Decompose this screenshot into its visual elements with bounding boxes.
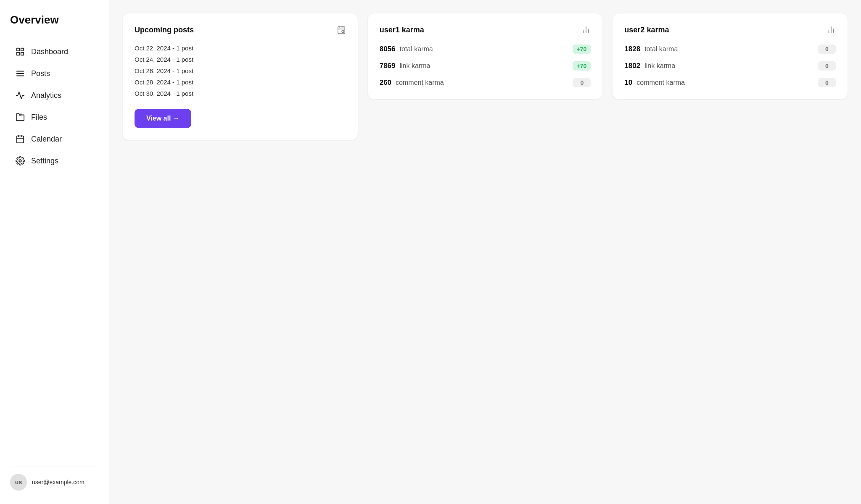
avatar: us bbox=[10, 474, 27, 491]
sidebar: Overview Dashboard Posts bbox=[0, 0, 109, 504]
main-content: Upcoming posts Oct 22, 2024 - 1 post Oct… bbox=[109, 0, 861, 504]
svg-line-18 bbox=[343, 32, 343, 32]
user1-karma-card-header: user1 karma bbox=[380, 25, 591, 34]
karma-label: total karma bbox=[644, 45, 814, 53]
karma-badge: +70 bbox=[573, 45, 591, 54]
karma-badge: +70 bbox=[573, 61, 591, 71]
svg-rect-3 bbox=[21, 52, 24, 55]
cards-row: Upcoming posts Oct 22, 2024 - 1 post Oct… bbox=[123, 13, 848, 140]
sidebar-title: Overview bbox=[10, 13, 99, 26]
sidebar-item-posts[interactable]: Posts bbox=[10, 63, 99, 84]
upcoming-posts-icon bbox=[337, 25, 346, 34]
karma-row: 10 comment karma 0 bbox=[624, 78, 836, 87]
calendar-icon bbox=[15, 134, 25, 144]
sidebar-item-settings[interactable]: Settings bbox=[10, 151, 99, 171]
upcoming-posts-title: Upcoming posts bbox=[135, 26, 194, 34]
sidebar-item-label-dashboard: Dashboard bbox=[31, 47, 68, 56]
svg-point-11 bbox=[19, 160, 21, 162]
sidebar-item-calendar[interactable]: Calendar bbox=[10, 129, 99, 149]
post-list: Oct 22, 2024 - 1 post Oct 24, 2024 - 1 p… bbox=[135, 45, 346, 97]
user1-chart-icon bbox=[581, 25, 591, 34]
user2-karma-card: user2 karma 1828 total karma 0 1802 link… bbox=[613, 13, 848, 99]
karma-number: 1802 bbox=[624, 62, 640, 70]
user2-karma-title: user2 karma bbox=[624, 26, 669, 34]
svg-rect-0 bbox=[17, 48, 19, 51]
svg-rect-2 bbox=[17, 52, 19, 55]
karma-row: 7869 link karma +70 bbox=[380, 61, 591, 71]
user2-chart-icon bbox=[827, 25, 836, 34]
posts-icon bbox=[15, 68, 25, 79]
list-item: Oct 28, 2024 - 1 post bbox=[135, 79, 346, 86]
karma-label: comment karma bbox=[637, 79, 814, 87]
sidebar-item-label-files: Files bbox=[31, 113, 47, 122]
karma-row: 1828 total karma 0 bbox=[624, 45, 836, 54]
karma-badge: 0 bbox=[818, 45, 836, 54]
sidebar-item-files[interactable]: Files bbox=[10, 107, 99, 127]
karma-number: 7869 bbox=[380, 62, 396, 70]
karma-badge: 0 bbox=[573, 78, 591, 87]
list-item: Oct 26, 2024 - 1 post bbox=[135, 67, 346, 74]
list-item: Oct 22, 2024 - 1 post bbox=[135, 45, 346, 52]
karma-number: 1828 bbox=[624, 45, 640, 53]
analytics-icon bbox=[15, 90, 25, 100]
sidebar-item-label-calendar: Calendar bbox=[31, 135, 62, 144]
karma-number: 10 bbox=[624, 79, 632, 87]
user-email: user@example.com bbox=[32, 479, 85, 486]
user2-karma-list: 1828 total karma 0 1802 link karma 0 10 … bbox=[624, 45, 836, 87]
karma-label: link karma bbox=[644, 62, 814, 70]
sidebar-bottom: us user@example.com bbox=[10, 467, 99, 491]
upcoming-posts-card-header: Upcoming posts bbox=[135, 25, 346, 34]
user1-karma-card: user1 karma 8056 total karma +70 7869 li… bbox=[368, 13, 603, 99]
list-item: Oct 24, 2024 - 1 post bbox=[135, 56, 346, 63]
karma-label: comment karma bbox=[396, 79, 569, 87]
karma-label: total karma bbox=[400, 45, 568, 53]
karma-badge: 0 bbox=[818, 78, 836, 87]
sidebar-item-label-analytics: Analytics bbox=[31, 91, 61, 100]
karma-label: link karma bbox=[400, 62, 568, 70]
karma-row: 1802 link karma 0 bbox=[624, 61, 836, 71]
files-icon bbox=[15, 112, 25, 122]
sidebar-item-analytics[interactable]: Analytics bbox=[10, 85, 99, 105]
karma-badge: 0 bbox=[818, 61, 836, 71]
view-all-button[interactable]: View all → bbox=[135, 109, 191, 128]
karma-row: 260 comment karma 0 bbox=[380, 78, 591, 87]
sidebar-nav: Dashboard Posts Analytics bbox=[10, 42, 99, 467]
dashboard-icon bbox=[15, 47, 25, 57]
sidebar-item-dashboard[interactable]: Dashboard bbox=[10, 42, 99, 62]
sidebar-item-label-settings: Settings bbox=[31, 157, 58, 165]
karma-number: 260 bbox=[380, 79, 391, 87]
settings-icon bbox=[15, 156, 25, 166]
karma-number: 8056 bbox=[380, 45, 396, 53]
svg-rect-7 bbox=[17, 136, 24, 143]
svg-rect-1 bbox=[21, 48, 24, 51]
user1-karma-title: user1 karma bbox=[380, 26, 424, 34]
upcoming-posts-card: Upcoming posts Oct 22, 2024 - 1 post Oct… bbox=[123, 13, 358, 140]
user1-karma-list: 8056 total karma +70 7869 link karma +70… bbox=[380, 45, 591, 87]
user2-karma-card-header: user2 karma bbox=[624, 25, 836, 34]
karma-row: 8056 total karma +70 bbox=[380, 45, 591, 54]
sidebar-item-label-posts: Posts bbox=[31, 69, 50, 78]
list-item: Oct 30, 2024 - 1 post bbox=[135, 90, 346, 97]
